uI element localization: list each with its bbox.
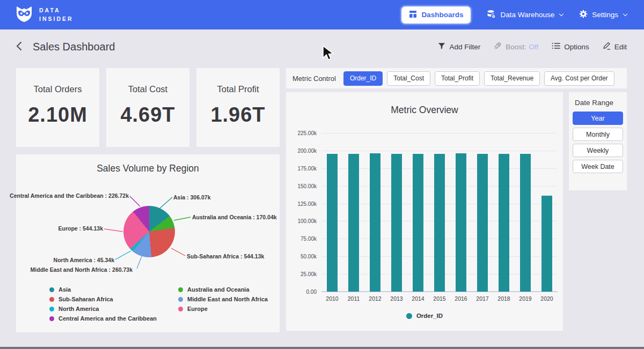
kpi-value: 1.96T (196, 103, 280, 127)
y-tick-label: 50.00k (301, 254, 317, 259)
boost-value: Off (529, 43, 538, 51)
x-tick-label: 2013 (386, 295, 407, 302)
bar-2016 (456, 153, 466, 292)
pie-label-central-america-caribbean: Central America and the Caribbean : 226.… (10, 192, 129, 199)
x-tick-label: 2018 (493, 295, 515, 302)
pie-legend: AsiaSub-Saharan AfricaNorth AmericaCentr… (49, 286, 268, 322)
legend-swatch (406, 313, 412, 319)
brand-line1: DATA (39, 6, 74, 15)
pie-label-middle-east-north-africa: Middle East and North Africa : 260.73k (31, 266, 133, 273)
pie-chart-card: Sales Volume by Region Asia : 306.07k Au… (16, 154, 280, 332)
bar-2018 (499, 154, 509, 292)
date-range-options: YearMonthlyWeeklyWeek Date (573, 112, 623, 173)
bar-slot-2016: 2016 (450, 133, 472, 292)
legend-swatch (178, 297, 183, 302)
bar-2019 (520, 154, 531, 292)
metric-option-order-id[interactable]: Order_ID (343, 71, 383, 86)
bottom-strip (0, 347, 644, 349)
owl-logo-icon (15, 5, 33, 25)
bar-chart-title: Metric Overview (286, 92, 563, 116)
nav-data-warehouse-menu[interactable]: Data Warehouse (487, 10, 563, 20)
filter-icon (438, 42, 445, 51)
legend-item-australia-and-oceania: Australia and Oceania (178, 286, 268, 293)
legend-label: North America (58, 306, 99, 312)
metric-options: Order_IDTotal_CostTotal_ProfitTotal_Reve… (343, 71, 614, 86)
boost-toggle[interactable]: Boost: Off (494, 42, 538, 51)
legend-swatch (178, 287, 183, 292)
y-tick-label: 25.00k (301, 271, 317, 277)
pie-label-north-america: North America : 45.34k (54, 257, 114, 263)
y-tick-label: 150.00k (297, 183, 317, 189)
x-tick-label: 2015 (429, 295, 450, 302)
legend-label: Central America and the Caribbean (58, 315, 157, 322)
date-range-option-weekly[interactable]: Weekly (573, 144, 623, 157)
y-tick-label: 75.00k (301, 236, 317, 242)
database-icon (487, 10, 496, 20)
bar-slot-2019: 2019 (515, 133, 536, 292)
nav-data-warehouse-label: Data Warehouse (500, 11, 554, 19)
metric-control-label: Metric Control (292, 75, 336, 83)
metric-option-total-revenue[interactable]: Total_Revenue (484, 71, 540, 86)
y-tick-label: 200.00k (297, 148, 317, 154)
metric-option-avg-cost-per-order[interactable]: Avg. Cost per Order (544, 71, 614, 86)
add-filter-label: Add Filter (449, 43, 480, 51)
date-range-panel: Date Range YearMonthlyWeeklyWeek Date (569, 92, 627, 190)
date-range-option-monthly[interactable]: Monthly (573, 128, 623, 141)
bar-2011 (348, 154, 359, 292)
bar-2017 (477, 154, 488, 292)
date-range-option-week-date[interactable]: Week Date (573, 160, 623, 173)
metric-option-total-cost[interactable]: Total_Cost (387, 71, 430, 86)
edit-button[interactable]: Edit (603, 42, 627, 51)
bars: 2010201120122013201420152016201720182019… (321, 133, 558, 292)
bar-2013 (391, 154, 402, 292)
legend-item-sub-saharan-africa: Sub-Saharan Africa (49, 296, 157, 302)
mouse-cursor (322, 45, 335, 64)
y-tick-label: 0.00 (306, 289, 317, 295)
bar-slot-2010: 2010 (321, 133, 343, 292)
nav-dashboards-button[interactable]: Dashboards (401, 6, 471, 24)
bar-plot: 225.00k200.00k175.00k150.00k125.00k100.0… (321, 133, 558, 292)
legend-swatch (49, 307, 54, 311)
kpi-value: 4.69T (106, 103, 189, 127)
chevron-down-icon (559, 12, 564, 16)
legend-swatch (49, 287, 54, 292)
metric-option-total-profit[interactable]: Total_Profit (435, 71, 480, 86)
metric-control-bar: Metric Control Order_IDTotal_CostTotal_P… (286, 68, 627, 88)
date-range-option-year[interactable]: Year (573, 112, 623, 125)
bar-slot-2017: 2017 (472, 133, 493, 292)
x-tick-label: 2012 (364, 295, 386, 302)
page-title: Sales Dashboard (33, 41, 115, 53)
bar-legend-label: Order_ID (416, 313, 443, 319)
bar-chart-card: Metric Overview 225.00k200.00k175.00k150… (286, 92, 563, 331)
x-tick-label: 2011 (343, 295, 364, 302)
options-button[interactable]: Options (552, 42, 589, 51)
pencil-icon (603, 42, 611, 51)
legend-column: Australia and OceaniaMiddle East and Nor… (178, 286, 268, 322)
kpi-card-total-orders: Total Orders 2.10M (16, 68, 99, 147)
legend-label: Sub-Saharan Africa (58, 296, 113, 302)
legend-label: Europe (187, 306, 208, 312)
legend-item-north-america: North America (49, 306, 157, 312)
x-tick-label: 2016 (450, 295, 472, 302)
brand-text: DATA INSIDER (39, 6, 74, 24)
add-filter-button[interactable]: Add Filter (438, 42, 480, 51)
y-tick-label: 225.00k (297, 130, 317, 136)
legend-swatch (178, 307, 183, 311)
legend-item-europe: Europe (178, 306, 268, 312)
kpi-label: Total Orders (16, 84, 99, 94)
kpi-label: Total Cost (106, 84, 189, 94)
bar-slot-2012: 2012 (364, 133, 386, 292)
bar-2014 (413, 154, 423, 292)
legend-label: Asia (58, 286, 71, 293)
nav-settings-menu[interactable]: Settings (579, 10, 627, 20)
legend-item-middle-east-and-north-africa: Middle East and North Africa (178, 296, 268, 302)
options-label: Options (564, 43, 589, 51)
x-tick-label: 2019 (515, 295, 536, 302)
bar-slot-2015: 2015 (429, 133, 450, 292)
nav-dashboards-label: Dashboards (421, 11, 463, 19)
bar-2015 (434, 154, 445, 292)
back-button[interactable] (16, 41, 22, 53)
dashboard-grid-icon (409, 10, 417, 20)
x-tick-label: 2017 (472, 295, 493, 302)
x-tick-label: 2014 (407, 295, 429, 302)
